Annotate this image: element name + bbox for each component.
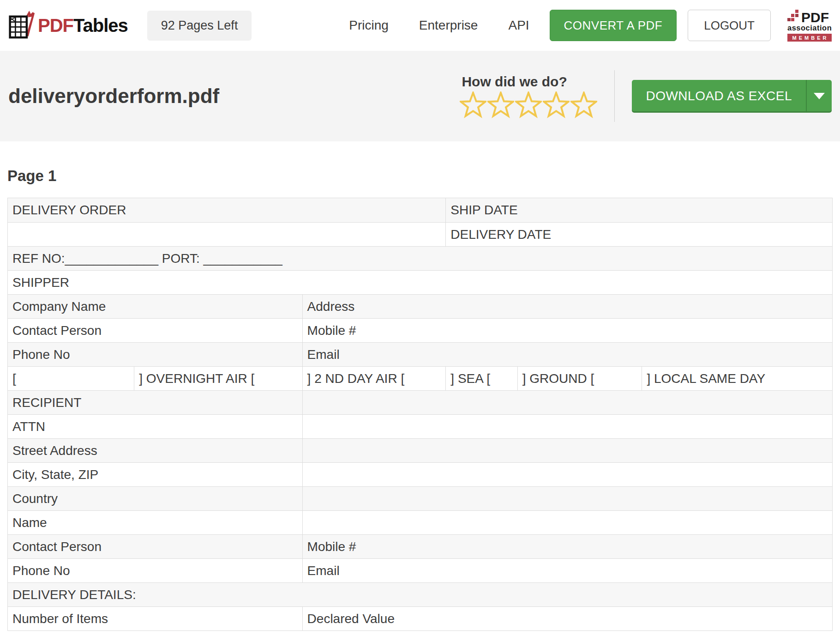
table-cell xyxy=(302,463,832,486)
rating-prompt: How did we do? xyxy=(462,74,567,90)
table-cell: ] LOCAL SAME DAY xyxy=(642,367,832,390)
table-cell xyxy=(302,415,832,438)
main-nav: Pricing Enterprise API xyxy=(349,18,529,33)
table-cell: City, State, ZIP xyxy=(8,463,302,486)
table-row: Street Address xyxy=(8,438,832,462)
logout-button[interactable]: LOGOUT xyxy=(688,10,771,41)
table-cell: Contact Person xyxy=(8,319,302,342)
caret-down-icon xyxy=(814,93,825,99)
table-cell: Mobile # xyxy=(302,319,832,342)
app-header: PDFTables 92 Pages Left Pricing Enterpri… xyxy=(0,0,840,51)
convert-a-pdf-button[interactable]: CONVERT A PDF xyxy=(550,10,677,41)
table-row: City, State, ZIP xyxy=(8,462,832,486)
table-cell: Phone No xyxy=(8,343,302,366)
star-icon[interactable] xyxy=(570,91,597,118)
table-cell: Company Name xyxy=(8,295,302,318)
pages-left-badge[interactable]: 92 Pages Left xyxy=(147,11,252,41)
table-cell: Country xyxy=(8,487,302,510)
table-cell: Phone No xyxy=(8,559,302,582)
table-cell: ] OVERNIGHT AIR [ xyxy=(134,367,302,390)
pdf-association-subtitle: association xyxy=(787,24,832,32)
table-cell: [ xyxy=(8,367,134,390)
table-cell: REF NO:_____________ PORT: ___________ xyxy=(8,247,832,270)
file-title: deliveryorderform.pdf xyxy=(8,85,219,108)
table-cell: Address xyxy=(302,295,832,318)
star-icon[interactable] xyxy=(515,91,542,118)
nav-item-pricing[interactable]: Pricing xyxy=(349,18,389,33)
table-cell: Declared Value xyxy=(302,607,832,630)
nav-item-enterprise[interactable]: Enterprise xyxy=(419,18,478,33)
star-icon[interactable] xyxy=(543,91,570,118)
vertical-divider xyxy=(614,70,615,122)
nav-item-api[interactable]: API xyxy=(508,18,529,33)
table-row: DELIVERY DATE xyxy=(8,222,832,246)
table-row: Name xyxy=(8,510,832,534)
main-content: Page 1 DELIVERY ORDERSHIP DATEDELIVERY D… xyxy=(0,167,840,631)
table-row: SHIPPER xyxy=(8,270,832,294)
table-row: Company NameAddress xyxy=(8,294,832,318)
table-cell xyxy=(302,439,832,462)
pdf-association-title: PDF xyxy=(801,11,829,24)
table-row: Contact PersonMobile # xyxy=(8,534,832,558)
table-row: Number of ItemsDeclared Value xyxy=(8,606,832,630)
table-row: DELIVERY ORDERSHIP DATE xyxy=(8,198,832,222)
download-split-button: DOWNLOAD AS EXCEL xyxy=(632,80,832,113)
table-cell: ] GROUND [ xyxy=(517,367,642,390)
download-as-excel-button[interactable]: DOWNLOAD AS EXCEL xyxy=(632,80,806,113)
table-cell: DELIVERY ORDER xyxy=(8,198,445,222)
table-cell: Email xyxy=(302,343,832,366)
rating-block: How did we do? xyxy=(460,74,597,118)
file-header-band: deliveryorderform.pdf How did we do? DOW… xyxy=(0,51,840,141)
table-row: Phone NoEmail xyxy=(8,558,832,582)
table-row: ATTN xyxy=(8,414,832,438)
table-row: [] OVERNIGHT AIR [] 2 ND DAY AIR [] SEA … xyxy=(8,366,832,390)
table-cell: RECIPIENT xyxy=(8,391,302,414)
table-cell: Contact Person xyxy=(8,535,302,558)
pdf-association-squares-icon xyxy=(787,10,799,24)
table-cell xyxy=(302,487,832,510)
table-row: RECIPIENT xyxy=(8,390,832,414)
pdftables-logo[interactable]: PDFTables xyxy=(8,10,128,41)
table-row: Phone NoEmail xyxy=(8,342,832,366)
table-cell: ] SEA [ xyxy=(445,367,517,390)
star-icon[interactable] xyxy=(487,91,514,118)
table-row: REF NO:_____________ PORT: ___________ xyxy=(8,246,832,270)
table-cell xyxy=(302,391,832,414)
table-cell: Email xyxy=(302,559,832,582)
table-row: Contact PersonMobile # xyxy=(8,318,832,342)
star-icon[interactable] xyxy=(460,91,486,118)
table-cell xyxy=(302,511,832,534)
table-cell: ATTN xyxy=(8,415,302,438)
page-label: Page 1 xyxy=(7,167,833,185)
table-cell xyxy=(8,223,445,246)
star-rating xyxy=(460,91,597,118)
pdftables-logo-text: PDFTables xyxy=(38,15,128,36)
table-cell: ] 2 ND DAY AIR [ xyxy=(302,367,446,390)
converted-table: DELIVERY ORDERSHIP DATEDELIVERY DATEREF … xyxy=(7,198,833,631)
table-row: Country xyxy=(8,486,832,510)
pdftables-logo-icon xyxy=(8,10,35,41)
pdf-association-member-logo[interactable]: PDF association MEMBER xyxy=(787,10,832,42)
table-cell: SHIP DATE xyxy=(445,198,832,222)
table-cell: SHIPPER xyxy=(8,271,832,294)
table-cell: Name xyxy=(8,511,302,534)
table-cell: Number of Items xyxy=(8,607,302,630)
table-cell: Mobile # xyxy=(302,535,832,558)
pdf-association-member-label: MEMBER xyxy=(787,34,832,42)
table-cell: DELIVERY DETAILS: xyxy=(8,583,832,606)
table-cell: Street Address xyxy=(8,439,302,462)
table-cell: DELIVERY DATE xyxy=(445,223,832,246)
download-options-caret-button[interactable] xyxy=(806,80,832,113)
table-row: DELIVERY DETAILS: xyxy=(8,582,832,606)
